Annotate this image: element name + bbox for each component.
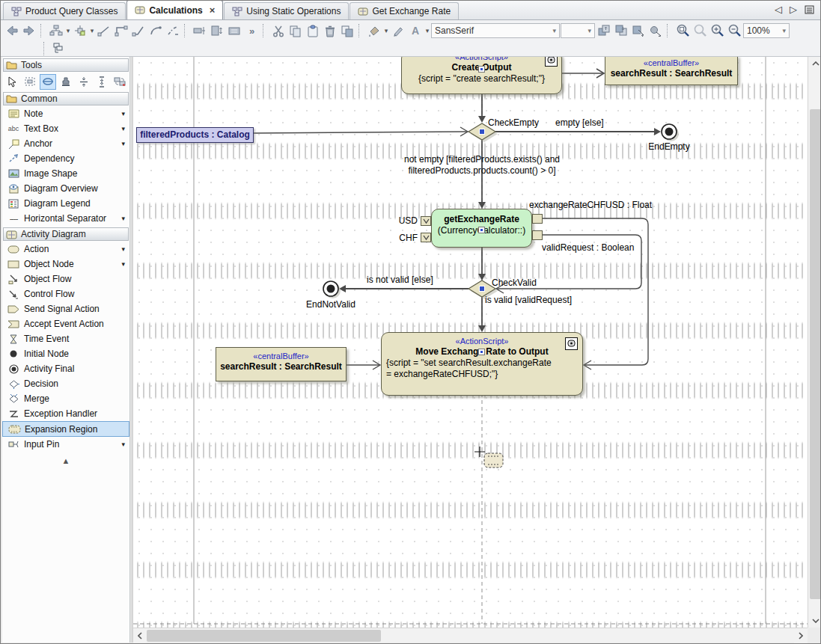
palette-item-send-signal-action[interactable]: Send Signal Action (2, 301, 129, 316)
tab-close-icon[interactable]: × (210, 7, 216, 14)
zoom-out-icon[interactable] (726, 22, 742, 39)
custom-path-icon[interactable] (165, 22, 181, 39)
palette-item-dependency[interactable]: Dependency (2, 151, 129, 166)
zoom-selection-icon[interactable] (692, 22, 708, 39)
quicklayout-dropdown-caret[interactable]: ▾ (89, 27, 95, 34)
palette-header-activity-diagram[interactable]: Activity Diagram (3, 227, 129, 241)
palette-item-time-event[interactable]: Time Event (2, 331, 129, 346)
object-node-filtered-products[interactable]: filteredProducts : Catalog (136, 127, 254, 143)
palette-item-control-flow[interactable]: Control Flow (2, 286, 129, 301)
tab-product-query-classes[interactable]: Product Query Classes (3, 2, 126, 19)
scroll-up-icon[interactable] (808, 57, 821, 70)
output-pin-exchange-rate[interactable] (532, 214, 543, 224)
palette-item-image-shape[interactable]: Image Shape (2, 166, 129, 181)
copy-icon[interactable] (287, 22, 304, 39)
palette-item-diagram-overview[interactable]: Diagram Overview (2, 181, 129, 196)
value-pin-usd[interactable] (421, 216, 431, 226)
tab-list-icon[interactable] (805, 5, 814, 14)
palette-header-common[interactable]: Common (3, 92, 129, 105)
quicklayout-icon[interactable] (72, 22, 88, 39)
tab-get-exchange-rate[interactable]: Get Exchange Rate (350, 2, 459, 19)
value-pin-chf[interactable] (421, 233, 431, 242)
show-containment-icon[interactable] (50, 40, 67, 57)
distribute-vertical-icon[interactable] (76, 74, 92, 90)
forward-icon[interactable] (21, 22, 37, 39)
font-family-combo[interactable]: SansSerif ▾ (431, 23, 560, 38)
action-move-exchange-rate[interactable]: «ActionScript» Move Exchange Rate to Out… (381, 332, 583, 396)
output-pin-valid-request[interactable] (532, 230, 543, 240)
compress-vertical-icon[interactable] (94, 74, 110, 90)
copy-with-format-icon[interactable] (339, 22, 355, 39)
pin-label-usd: USD (394, 215, 418, 226)
vertical-scrollbar[interactable] (808, 57, 821, 628)
make-same-height-icon[interactable] (209, 22, 225, 39)
palette-item-accept-event-action[interactable]: Accept Event Action (2, 316, 129, 331)
fill-color-caret[interactable]: ▾ (383, 27, 389, 34)
palette-item-object-flow[interactable]: Object Flow (2, 272, 129, 286)
tab-calculations[interactable]: Calculations × (126, 0, 223, 19)
layout-diagram-icon[interactable] (48, 22, 64, 39)
bent-path-icon[interactable] (130, 22, 147, 39)
bring-to-front-icon[interactable] (596, 22, 612, 39)
palette-item-exception-handler[interactable]: Exception Handler (2, 406, 129, 421)
scroll-down-icon[interactable] (808, 614, 821, 628)
make-same-size-icon[interactable] (226, 22, 242, 39)
palette-header-tools[interactable]: Tools (3, 58, 129, 72)
palette-item-merge[interactable]: Merge (2, 391, 129, 406)
palette-item-expansion-region[interactable]: Expansion Region (2, 421, 129, 437)
link-tool-icon[interactable] (40, 74, 56, 90)
make-same-width-icon[interactable] (192, 22, 208, 39)
oblique-path-icon[interactable] (96, 22, 112, 39)
palette-item-decision[interactable]: Decision (2, 376, 129, 391)
zoom-region-icon[interactable] (674, 22, 691, 39)
tab-using-static-operations[interactable]: Using Static Operations (224, 2, 349, 19)
palette-item-action[interactable]: Action▾ (2, 242, 129, 257)
scroll-right-icon[interactable] (794, 628, 808, 643)
related-elements-icon[interactable] (647, 22, 664, 39)
paste-icon[interactable] (305, 22, 321, 39)
palette-item-horizontal-separator[interactable]: ---- Horizontal Separator▾ (2, 211, 129, 226)
curved-path-icon[interactable] (147, 22, 164, 39)
layout-dropdown-caret[interactable]: ▾ (65, 27, 71, 34)
central-buffer-search-result-top[interactable]: «centralBuffer» searchResult : SearchRes… (605, 57, 738, 85)
zoom-in-icon[interactable] (709, 22, 725, 39)
back-icon[interactable] (4, 22, 20, 39)
accept-event-action-icon (7, 320, 20, 328)
tab-scroll-left-icon[interactable]: ◁ (775, 4, 782, 15)
pointer-tool-icon[interactable] (4, 74, 20, 90)
palette-item-initial-node[interactable]: Initial Node (2, 346, 129, 361)
vertical-scroll-thumb[interactable] (810, 109, 821, 599)
diagram-canvas[interactable]: «ActionScript» Create Output {script = "… (133, 57, 808, 628)
marquee-tool-icon[interactable] (22, 74, 38, 90)
central-buffer-search-result-bottom[interactable]: «centralBuffer» searchResult : SearchRes… (216, 347, 347, 381)
stamp-tool-icon[interactable] (58, 74, 74, 90)
line-color-icon[interactable] (390, 22, 406, 39)
palette-item-input-pin[interactable]: Input Pin▾ (2, 437, 129, 452)
palette-item-activity-final[interactable]: Activity Final (2, 361, 129, 376)
delete-icon[interactable] (322, 22, 338, 39)
zoom-level-combo[interactable]: 100% ▾ (743, 23, 790, 38)
palette-item-anchor[interactable]: Anchor▾ (2, 136, 129, 151)
folder-icon (6, 61, 17, 70)
horizontal-scrollbar[interactable] (133, 628, 808, 643)
diagram-legend-icon (7, 199, 20, 209)
select-in-browser-icon[interactable] (630, 22, 647, 39)
palette-item-note[interactable]: Note▾ (2, 106, 129, 121)
rectilinear-path-icon[interactable] (113, 22, 129, 39)
palette-scroll-up-icon[interactable]: ▲ (2, 456, 129, 465)
action-create-output[interactable]: «ActionScript» Create Output {script = "… (401, 57, 562, 94)
font-size-combo[interactable]: ▾ (561, 23, 595, 38)
tab-scroll-right-icon[interactable]: ▷ (790, 4, 797, 15)
font-color-icon[interactable]: A (407, 22, 424, 39)
fill-color-icon[interactable] (366, 22, 382, 39)
palette-item-diagram-legend[interactable]: Diagram Legend (2, 196, 129, 211)
refresh-diagram-icon[interactable] (112, 74, 128, 90)
cut-icon[interactable] (270, 22, 287, 39)
send-to-back-icon[interactable] (613, 22, 629, 39)
horizontal-scroll-thumb[interactable] (147, 630, 381, 642)
scroll-left-icon[interactable] (133, 628, 147, 643)
palette-item-text-box[interactable]: abc Text Box▾ (2, 121, 129, 136)
font-color-caret[interactable]: ▾ (424, 27, 430, 34)
palette-item-object-node[interactable]: Object Node▾ (2, 257, 129, 272)
toolbar-overflow-icon[interactable]: » (243, 22, 260, 39)
